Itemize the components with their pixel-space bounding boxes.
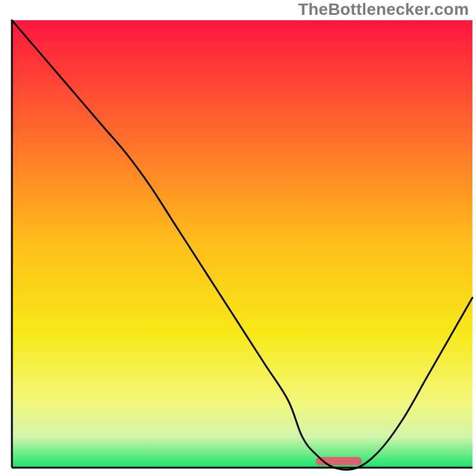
bottleneck-chart: TheBottlenecker.com	[0, 0, 476, 476]
plot-background	[12, 20, 472, 468]
chart-svg	[0, 0, 476, 476]
